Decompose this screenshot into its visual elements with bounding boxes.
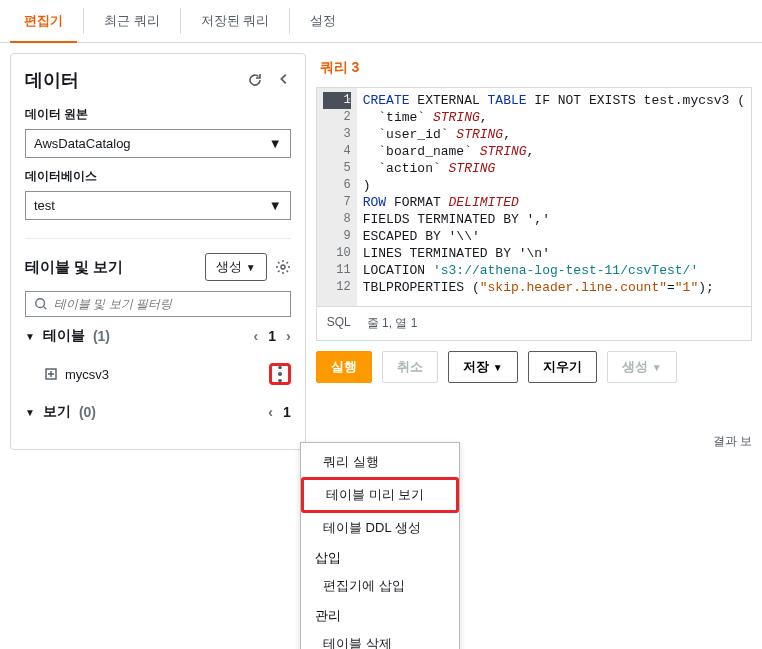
content: 쿼리 3 1 2 3 4 5 6 7 8 9 10 11 12 CREATE E…: [316, 53, 752, 450]
clear-button[interactable]: 지우기: [528, 351, 597, 383]
create-dropdown[interactable]: 생성 ▼: [205, 253, 267, 281]
chevron-down-icon: ▼: [25, 407, 35, 418]
page-number: 1: [283, 404, 291, 420]
expand-icon[interactable]: [45, 368, 57, 380]
page-prev-icon[interactable]: ‹: [254, 328, 259, 344]
sidebar: 데이터 데이터 원본 AwsDataCatalog ▼ 데이터베이스 test …: [10, 53, 306, 450]
editor-statusbar: SQL 줄 1, 열 1: [316, 307, 752, 341]
select-database-value: test: [34, 198, 55, 213]
code-area[interactable]: CREATE EXTERNAL TABLE IF NOT EXISTS test…: [357, 88, 751, 306]
tables-views-title: 테이블 및 보기: [25, 258, 123, 277]
label-data-source: 데이터 원본: [25, 106, 291, 123]
query-toolbar: 실행 취소 저장 ▼ 지우기 생성 ▼: [316, 341, 752, 393]
refresh-icon[interactable]: [247, 72, 263, 88]
chevron-down-icon: ▼: [269, 198, 282, 213]
status-cursor-pos: 줄 1, 열 1: [367, 315, 418, 332]
svg-point-0: [281, 265, 285, 269]
tab-recent-queries[interactable]: 최근 쿼리: [90, 0, 174, 42]
query-tab[interactable]: 쿼리 3: [316, 53, 752, 87]
line-gutter: 1 2 3 4 5 6 7 8 9 10 11 12: [317, 88, 357, 306]
select-database[interactable]: test ▼: [25, 191, 291, 220]
table-actions-menu-button[interactable]: [269, 363, 291, 385]
views-count: (0): [79, 404, 96, 420]
label-database: 데이터베이스: [25, 168, 291, 185]
status-lang: SQL: [327, 315, 351, 332]
filter-input[interactable]: [54, 297, 282, 311]
save-button[interactable]: 저장 ▼: [448, 351, 518, 383]
select-data-source[interactable]: AwsDataCatalog ▼: [25, 129, 291, 158]
chevron-down-icon: ▼: [246, 262, 256, 273]
cancel-button: 취소: [382, 351, 438, 383]
tables-count: (1): [93, 328, 110, 344]
chevron-down-icon: ▼: [493, 362, 503, 373]
tab-editor[interactable]: 편집기: [10, 0, 77, 42]
table-row[interactable]: mycsv3: [25, 355, 291, 393]
chevron-down-icon: ▼: [652, 362, 662, 373]
top-tabs: 편집기 최근 쿼리 저장된 쿼리 설정: [0, 0, 762, 43]
page-next-icon[interactable]: ›: [286, 328, 291, 344]
collapse-icon[interactable]: [277, 72, 291, 88]
table-context-menu: 쿼리 실행 테이블 미리 보기 테이블 DDL 생성 삽입 편집기에 삽입 관리…: [300, 442, 460, 460]
create-button: 생성 ▼: [607, 351, 677, 383]
table-name: mycsv3: [65, 367, 109, 382]
select-data-source-value: AwsDataCatalog: [34, 136, 131, 151]
tab-settings[interactable]: 설정: [296, 0, 350, 42]
filter-box[interactable]: [25, 291, 291, 317]
menu-run-query[interactable]: 쿼리 실행: [301, 447, 459, 460]
search-icon: [34, 297, 48, 311]
chevron-down-icon: ▼: [269, 136, 282, 151]
chevron-down-icon: ▼: [25, 331, 35, 342]
page-number: 1: [268, 328, 276, 344]
tab-saved-queries[interactable]: 저장된 쿼리: [187, 0, 284, 42]
svg-point-1: [36, 299, 45, 308]
sidebar-title: 데이터: [25, 68, 79, 92]
views-header-row[interactable]: ▼ 보기 (0) ‹ 1: [25, 393, 291, 431]
sql-editor[interactable]: 1 2 3 4 5 6 7 8 9 10 11 12 CREATE EXTERN…: [316, 87, 752, 307]
page-prev-icon[interactable]: ‹: [268, 404, 273, 420]
tables-header-label: 테이블: [43, 327, 85, 345]
views-header-label: 보기: [43, 403, 71, 421]
tables-header-row[interactable]: ▼ 테이블 (1) ‹ 1 ›: [25, 317, 291, 355]
run-button[interactable]: 실행: [316, 351, 372, 383]
gear-icon[interactable]: [275, 259, 291, 275]
